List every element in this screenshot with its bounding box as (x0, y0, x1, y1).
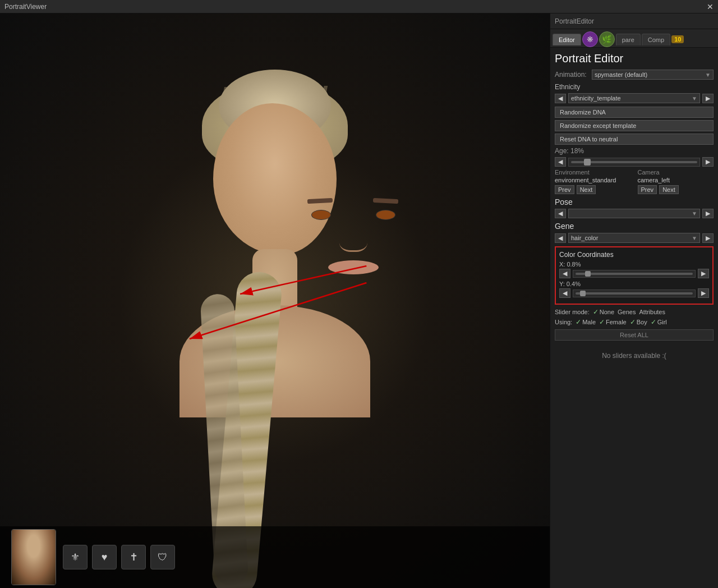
coord-y-label: Y: 0.4% (559, 281, 709, 287)
environment-next-btn[interactable]: Next (577, 185, 596, 194)
no-sliders-message: No sliders available :( (555, 345, 714, 366)
coord-x-slider[interactable] (573, 270, 696, 278)
environment-label: Environment (555, 169, 631, 176)
pose-section-header: Pose (555, 197, 714, 206)
environment-block: Environment environment_standard Prev Ne… (555, 169, 631, 194)
bottom-bar: ⚜ ♥ ✝ 🛡 (0, 526, 550, 588)
tab-editor[interactable]: Editor (553, 34, 581, 45)
char-nose (339, 229, 367, 252)
coord-x-label: X: 0.8% (559, 261, 709, 268)
using-girl-check: ✓ (651, 318, 656, 326)
gene-dropdown[interactable]: hair_color ▼ (568, 233, 700, 243)
pose-next-btn[interactable]: ▶ (702, 209, 714, 218)
gene-prev-btn[interactable]: ◀ (555, 233, 566, 243)
char-lips (328, 260, 379, 274)
age-next-btn[interactable]: ▶ (702, 157, 714, 167)
camera-value: camera_left (638, 177, 714, 183)
ethnicity-prev-btn[interactable]: ◀ (555, 94, 566, 103)
bottom-icon-4[interactable]: 🛡 (150, 545, 175, 569)
ethnicity-dropdown-arrow: ▼ (692, 95, 697, 102)
slider-mode-genes[interactable]: Genes (618, 309, 636, 315)
portrait-bg: Paused (0, 13, 550, 588)
using-label: Using: (555, 319, 572, 325)
gold-badge: 10 (671, 35, 684, 43)
environment-prev-btn[interactable]: Prev (555, 185, 574, 194)
coord-y-next-btn[interactable]: ▶ (698, 288, 709, 298)
ethnicity-dropdown[interactable]: ethnicity_template ▼ (568, 93, 700, 103)
camera-next-btn[interactable]: Next (659, 185, 679, 194)
slider-mode-none-check: ✓ (593, 308, 599, 316)
coord-x-prev-btn[interactable]: ◀ (559, 269, 570, 278)
camera-prev-btn[interactable]: Prev (638, 185, 657, 194)
slider-mode-none-label: None (600, 309, 614, 315)
reset-dna-button[interactable]: Reset DNA to neutral (555, 134, 714, 145)
camera-nav: Prev Next (638, 185, 714, 194)
tab-icon-compare[interactable]: ❋ (582, 31, 598, 47)
bottom-icons: ⚜ ♥ ✝ 🛡 (63, 545, 175, 569)
animation-dropdown[interactable]: spymaster (default) ▼ (592, 70, 714, 80)
pose-dropdown[interactable]: ▼ (568, 209, 700, 218)
randomize-except-button[interactable]: Randomize except template (555, 120, 714, 131)
using-girl-label: Girl (657, 319, 667, 325)
reset-all-button[interactable]: Reset ALL (555, 329, 714, 341)
bottom-icon-2[interactable]: ♥ (92, 545, 117, 569)
portrait-panel: Paused (0, 13, 550, 588)
environment-nav: Prev Next (555, 185, 631, 194)
character-thumbnail[interactable] (11, 529, 56, 585)
gene-next-btn[interactable]: ▶ (702, 233, 714, 243)
randomize-dna-button[interactable]: Randomize DNA (555, 107, 714, 118)
title-bar: PortraitViewer ✕ (0, 0, 718, 13)
editor-tabs: Editor ❋ 🌿 pare Comp 10 (550, 29, 718, 48)
slider-mode-row: Slider mode: ✓ None Genes Attributes (555, 308, 714, 316)
gene-value: hair_color (571, 235, 598, 241)
char-thumb-image (12, 530, 56, 585)
ethnicity-value: ethnicity_template (571, 95, 621, 102)
ethnicity-next-btn[interactable]: ▶ (702, 94, 714, 103)
character-portrait (135, 58, 415, 518)
slider-mode-label: Slider mode: (555, 309, 590, 315)
age-slider-row: ◀ ▶ (555, 157, 714, 167)
slider-mode-attributes[interactable]: Attributes (639, 309, 665, 315)
age-row: Age: 18% (555, 147, 714, 155)
using-boy[interactable]: ✓ Boy (630, 318, 647, 326)
main-content: Paused (0, 13, 718, 588)
bottom-icon-1[interactable]: ⚜ (63, 545, 88, 569)
pose-row: ◀ ▼ ▶ (555, 209, 714, 218)
slider-mode-genes-label: Genes (618, 309, 636, 315)
coord-x-slider-row: ◀ ▶ (559, 269, 709, 278)
animation-dropdown-arrow: ▼ (705, 72, 711, 78)
age-prev-btn[interactable]: ◀ (555, 157, 566, 167)
slider-mode-attributes-label: Attributes (639, 309, 665, 315)
pose-prev-btn[interactable]: ◀ (555, 209, 566, 218)
using-male-label: Male (582, 319, 596, 325)
coord-y-slider[interactable] (573, 290, 696, 297)
coord-y-slider-row: ◀ ▶ (559, 288, 709, 298)
coord-x-next-btn[interactable]: ▶ (698, 269, 709, 278)
age-slider-thumb (584, 159, 591, 166)
using-boy-check: ✓ (630, 318, 636, 326)
age-slider-track (571, 161, 697, 163)
using-male[interactable]: ✓ Male (576, 318, 596, 326)
tab-icon-leaf[interactable]: 🌿 (599, 31, 615, 47)
coord-x-row: X: 0.8% ◀ ▶ (559, 261, 709, 278)
using-female[interactable]: ✓ Female (599, 318, 627, 326)
using-male-check: ✓ (576, 318, 581, 326)
age-slider[interactable] (568, 158, 700, 167)
editor-title-bar: PortraitEditor (550, 13, 718, 29)
coord-y-prev-btn[interactable]: ◀ (559, 288, 570, 298)
slider-mode-none[interactable]: ✓ None (593, 308, 614, 316)
environment-value: environment_standard (555, 177, 631, 183)
pose-dropdown-arrow: ▼ (692, 210, 697, 217)
animation-row: Animation: spymaster (default) ▼ (555, 70, 714, 80)
tab-comp[interactable]: Comp (642, 34, 670, 45)
env-cam-row: Environment environment_standard Prev Ne… (555, 169, 714, 194)
char-eye-right (376, 210, 395, 220)
using-boy-label: Boy (637, 319, 647, 325)
char-eyebrow-right (373, 198, 398, 204)
bottom-icon-3[interactable]: ✝ (121, 545, 146, 569)
camera-label: Camera (638, 169, 714, 176)
close-button[interactable]: ✕ (707, 2, 714, 11)
using-girl[interactable]: ✓ Girl (651, 318, 667, 326)
tab-compare[interactable]: pare (616, 34, 641, 45)
gene-row: ◀ hair_color ▼ ▶ (555, 233, 714, 243)
